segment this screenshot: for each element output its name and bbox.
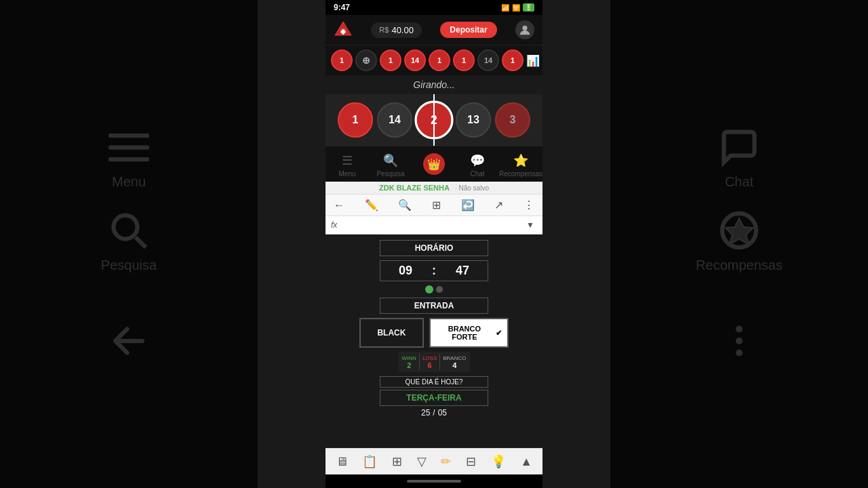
loss-val: 6: [427, 361, 431, 369]
nav-crown[interactable]: 👑: [412, 150, 456, 180]
svg-rect-2: [108, 157, 149, 161]
date-row: 25 / 05: [421, 408, 447, 418]
share-button[interactable]: ↗: [492, 197, 506, 213]
day-section: QUE DIA É HOJE? TERÇA-FEIRA 25 / 05: [380, 376, 488, 418]
view-btn[interactable]: 🖥: [333, 453, 351, 470]
roulette-display: 1 14 2 13 3: [326, 94, 542, 146]
svg-text:◆: ◆: [340, 28, 347, 35]
branco-forte-check: ✔: [496, 329, 502, 338]
game-icon-0[interactable]: 1: [331, 49, 353, 71]
undo-button[interactable]: ↩️: [458, 197, 477, 213]
game-icon-2[interactable]: 1: [380, 49, 401, 71]
search-nav-label: Pesquisa: [376, 170, 404, 178]
crown-icon: 👑: [423, 153, 445, 175]
status-time: 9:47: [334, 3, 350, 12]
nav-menu[interactable]: ☰ Menu: [326, 150, 369, 180]
stats-row: WINN 2 LOSS 6 BRANCO 4: [398, 352, 471, 372]
sheet-toolbar: ← ✏️ 🔍 ⊞ ↩️ ↗ ⋮: [326, 195, 542, 216]
pencil-button[interactable]: ✏️: [362, 197, 381, 213]
embedded-sheet: HORÁRIO 09 : 47 ENTRADA BLACK BRANCO FOR…: [326, 235, 542, 448]
nav-rewards[interactable]: ⭐ Recompensas: [499, 150, 542, 180]
highlight-btn[interactable]: ✏: [438, 453, 454, 470]
winn-label: WINN: [402, 355, 416, 361]
game-icon-4[interactable]: 1: [429, 49, 450, 71]
search-nav-icon: 🔍: [383, 153, 398, 168]
deposit-button[interactable]: Depositar: [440, 22, 496, 38]
dia-label: QUE DIA É HOJE?: [380, 376, 488, 388]
bg-more: [719, 321, 760, 361]
bg-menu: Menu: [108, 127, 149, 190]
balance-amount: 40.00: [391, 25, 414, 35]
expand-btn[interactable]: ▲: [517, 453, 535, 470]
filter-btn[interactable]: ▽: [414, 453, 429, 470]
user-avatar[interactable]: [515, 20, 534, 39]
day-name: TERÇA-FEIRA: [380, 390, 488, 406]
roulette-ball-0: 1: [338, 102, 373, 138]
time-hour: 09: [380, 261, 431, 281]
roulette-ball-3: 13: [456, 102, 491, 138]
stat-winn: WINN 2: [402, 355, 416, 369]
search-sheet-button[interactable]: 🔍: [395, 197, 414, 213]
girando-bar: Girando...: [326, 75, 542, 94]
chart-icon[interactable]: 📊: [526, 54, 540, 67]
home-bar: [407, 480, 461, 483]
svg-marker-6: [726, 219, 753, 245]
formula-expand-button[interactable]: ▼: [524, 219, 537, 231]
svg-point-9: [736, 350, 743, 357]
menu-nav-label: Menu: [338, 170, 355, 178]
time-min: 47: [437, 261, 488, 281]
svg-rect-0: [108, 134, 149, 138]
home-indicator: [326, 474, 542, 488]
rewards-nav-icon: ⭐: [513, 153, 528, 168]
nav-chat[interactable]: 💬 Chat: [456, 150, 499, 180]
stat-divider-2: [439, 354, 440, 370]
indicator-dots: [425, 285, 443, 293]
chat-nav-label: Chat: [470, 170, 484, 178]
gray-indicator: [436, 286, 443, 293]
game-icon-1[interactable]: ⊕: [355, 49, 377, 71]
balance-currency: R$: [379, 26, 389, 34]
game-icon-5[interactable]: 1: [453, 49, 475, 71]
date-month: 05: [438, 408, 447, 418]
chat-nav-icon: 💬: [470, 153, 485, 168]
center-line: [433, 94, 435, 146]
svg-point-7: [736, 326, 743, 333]
green-indicator: [425, 285, 433, 293]
phone-frame: 9:47 📶 🛜 🔋 ◆ R$ 40.00 Depositar 1 ⊕ 1 14: [326, 0, 542, 488]
formula-input[interactable]: [342, 220, 518, 230]
time-separator: :: [431, 264, 437, 278]
rewards-nav-label: Recompensas: [499, 170, 542, 178]
balance-display: R$ 40.00: [371, 22, 422, 38]
winn-val: 2: [407, 361, 411, 369]
girando-text: Girando...: [413, 79, 454, 90]
nav-search[interactable]: 🔍 Pesquisa: [369, 150, 412, 180]
stat-branco: BRANCO 4: [443, 355, 466, 369]
back-button[interactable]: ←: [331, 198, 347, 213]
background-left: Menu Pesquisa: [0, 0, 258, 488]
sheets-btn[interactable]: 📋: [359, 453, 380, 470]
branco-forte-button[interactable]: BRANCO FORTE ✔: [429, 318, 509, 348]
more-button[interactable]: ⋮: [521, 197, 537, 213]
game-icon-3[interactable]: 14: [404, 49, 426, 71]
sheet-title: ZDK BLAZE SENHA: [379, 184, 450, 192]
menu-nav-icon: ☰: [342, 153, 353, 168]
bulb-btn[interactable]: 💡: [488, 453, 509, 470]
background-right: Chat Recompensas: [610, 0, 868, 488]
bg-search: Pesquisa: [101, 210, 157, 273]
table-btn[interactable]: ⊟: [463, 453, 479, 470]
svg-rect-1: [108, 146, 149, 150]
bottom-nav: ☰ Menu 🔍 Pesquisa 👑 💬 Chat ⭐ Recompensas: [326, 146, 542, 182]
bg-chat: Chat: [719, 127, 760, 190]
svg-point-13: [522, 26, 527, 30]
game-icon-7[interactable]: 1: [502, 49, 524, 71]
roulette-ball-1: 14: [377, 102, 412, 138]
game-icon-6[interactable]: 14: [477, 49, 499, 71]
not-saved-badge: · Não salvo: [455, 184, 489, 192]
layout-btn[interactable]: ⊞: [389, 453, 405, 470]
entrada-label: ENTRADA: [380, 298, 488, 314]
bg-rewards-label: Recompensas: [696, 258, 783, 273]
grid-button[interactable]: ⊞: [429, 197, 443, 213]
app-header: ◆ R$ 40.00 Depositar: [326, 15, 542, 45]
bg-menu-label: Menu: [112, 174, 146, 190]
black-button[interactable]: BLACK: [359, 318, 424, 348]
